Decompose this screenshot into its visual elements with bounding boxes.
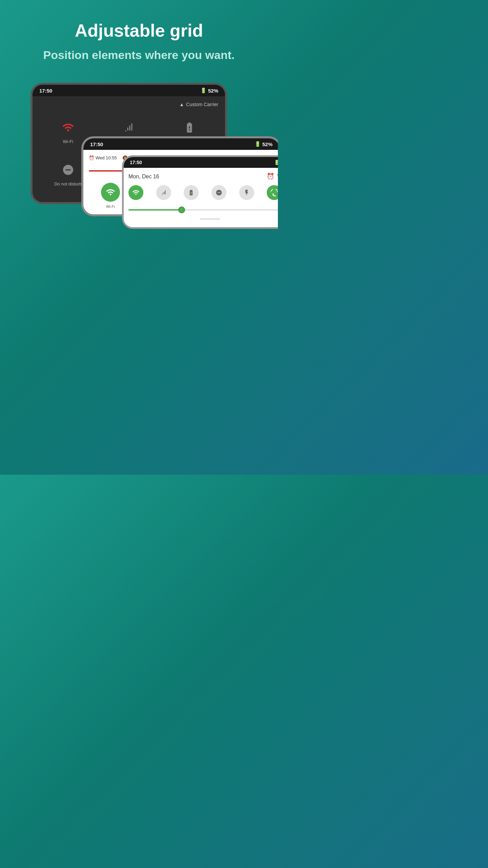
dnd-icon-back [60,162,76,178]
time-back: 17:50 [39,88,52,94]
signal-icon-back: ▲ [179,102,184,107]
qs-grid-front [128,185,278,200]
header-section: Adjustable grid Position elements where … [0,0,278,76]
brightness-fill-front [128,209,182,211]
phone-front: 17:50 🔋 52% Mon, Dec 16 ⏰ ▲ [122,155,278,229]
page-title: Adjustable grid [14,20,264,41]
carrier-line: ▲ Custom Carrier [39,102,218,107]
bottom-handle [200,218,220,220]
date-text: Mon, Dec 16 [128,174,159,180]
wifi-icon-back [60,119,76,136]
dnd-label-back: Do not disturb [54,181,82,186]
time-front: 17:50 [130,160,142,165]
mobile-icon-back [121,119,137,136]
tile-battery-front[interactable] [184,185,199,200]
status-right-middle: 🔋 52% [255,141,272,147]
tile-flashlight-front[interactable] [239,185,254,200]
front-content: Mon, Dec 16 ⏰ ▲ [124,168,278,227]
status-bar-front: 17:50 🔋 52% [124,157,278,168]
status-bar-middle: 17:50 🔋 52% [83,138,278,150]
brightness-thumb-front [178,206,185,213]
notif-alarm: ⏰ Wed 10:55 [89,155,117,160]
status-bar-back: 17:50 🔋 52% [33,85,225,96]
battery-pct-back: 52% [208,88,218,94]
wifi-circle-middle [101,183,120,202]
tile-rotate-front[interactable] [267,185,278,200]
wifi-label-back: Wi-Fi [63,139,73,144]
battery-icon-back: 🔋 [200,87,207,94]
page-subtitle: Position elements where you want. [14,47,264,62]
phones-container: 17:50 🔋 52% ▲ Custom Carrier Wi [0,76,278,236]
status-right-back: 🔋 52% [200,87,218,94]
brightness-slider-front[interactable] [128,209,278,211]
time-middle: 17:50 [90,141,103,147]
battery-pct-middle: 52% [262,141,272,147]
battery-icon-front: 🔋 [274,160,278,165]
battery-saver-icon-back [181,119,198,136]
alarm-text: Wed 10:55 [96,155,117,160]
tile-dnd-front[interactable] [211,185,226,200]
brightness-row-front: ✦ [128,205,278,215]
tile-wifi-front[interactable] [128,185,143,200]
date-row: Mon, Dec 16 ⏰ ▲ [128,173,278,180]
alarm-icon: ⏰ [89,155,94,160]
date-icons: ⏰ ▲ [267,173,278,180]
alarm-icon-front: ⏰ [267,173,274,180]
tile-mobile-front[interactable] [156,185,171,200]
carrier-name: Custom Carrier [186,102,218,107]
battery-icon-middle: 🔋 [255,141,261,147]
wifi-icon-front [277,173,278,180]
status-right-front: 🔋 52% [274,160,278,165]
wifi-label-middle: Wi-Fi [106,204,115,209]
